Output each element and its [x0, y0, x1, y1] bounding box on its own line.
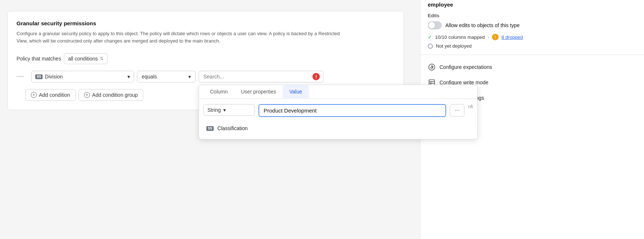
employee-label: employee: [428, 0, 637, 13]
add-condition-group-label: Add condition group: [92, 92, 138, 98]
error-icon: !: [312, 73, 320, 80]
expectations-icon: [428, 63, 436, 71]
right-top-section: employee Edits Allow edits to objects of…: [420, 0, 644, 55]
tab-value[interactable]: Value: [283, 85, 309, 99]
check-icon: ✓: [428, 34, 432, 40]
equals-label: equals: [142, 74, 157, 80]
allow-edits-toggle[interactable]: [428, 21, 442, 29]
allow-edits-row: Allow edits to objects of this type: [428, 21, 637, 29]
toggle-knob: [428, 22, 435, 29]
condition-row: 99 Division ▾ equals ▾ ! Column User pro…: [17, 71, 395, 82]
add-condition-button[interactable]: + Add condition: [25, 89, 76, 101]
expectations-label: Configure expectations: [439, 64, 492, 70]
dropdown-tabs: Column User properties Value: [199, 85, 477, 99]
division-field-label: Division: [45, 74, 63, 80]
menu-item-expectations[interactable]: Configure expectations: [420, 59, 644, 75]
list-item-label: Classification: [217, 125, 247, 131]
value-input[interactable]: [258, 104, 446, 117]
policy-select[interactable]: all conditions ⇅: [64, 53, 108, 64]
security-card: Granular security permissions Configure …: [7, 11, 404, 110]
left-panel: Granular security permissions Configure …: [0, 0, 420, 239]
dropped-link[interactable]: 8 dropped: [502, 34, 523, 40]
not-deployed-row: Not yet deployed: [428, 43, 637, 49]
condition-indent: [17, 76, 31, 77]
type-select-value: String: [207, 107, 221, 113]
add-condition-label: Add condition: [39, 92, 70, 98]
division-field-icon: 99: [35, 74, 43, 79]
policy-chevron-icon: ⇅: [100, 56, 104, 61]
tab-column[interactable]: Column: [203, 85, 234, 99]
list-item-icon: 99: [206, 126, 214, 131]
indent-line: [17, 76, 24, 77]
division-dropdown[interactable]: 99 Division ▾: [31, 71, 134, 82]
add-condition-group-button[interactable]: + Add condition group: [79, 89, 144, 101]
list-item[interactable]: 99 Classification: [203, 122, 473, 135]
equals-dropdown[interactable]: equals ▾: [137, 71, 196, 82]
not-deployed-text: Not yet deployed: [436, 43, 472, 49]
equals-chevron-icon: ▾: [188, 74, 191, 80]
mapped-text: 10/10 columns mapped: [435, 34, 485, 40]
more-options-button[interactable]: ···: [450, 104, 464, 117]
policy-label: Policy that matches: [17, 56, 61, 62]
plus-circle-icon: +: [31, 92, 37, 98]
mapped-row: ✓ 10/10 columns mapped · ! 8 dropped: [428, 34, 637, 40]
warning-icon: !: [492, 34, 499, 40]
tab-user-properties[interactable]: User properties: [234, 85, 283, 99]
search-dropdown: Column User properties Value String ▾ ··…: [199, 85, 478, 139]
nfi-label: nfi: [468, 104, 473, 109]
type-select[interactable]: String ▾: [203, 104, 255, 116]
edits-section-label: Edits: [428, 13, 637, 18]
dropdown-body: String ▾ ··· nfi: [199, 99, 477, 122]
card-title: Granular security permissions: [17, 20, 395, 26]
allow-edits-text: Allow edits to objects of this type: [445, 22, 520, 28]
policy-select-value: all conditions: [68, 56, 98, 62]
type-chevron-icon: ▾: [223, 107, 226, 113]
dropdown-list: 99 Classification: [199, 122, 477, 139]
policy-row: Policy that matches all conditions ⇅: [17, 53, 395, 64]
division-chevron-icon: ▾: [127, 74, 130, 80]
search-input-wrapper: ! Column User properties Value String ▾: [199, 71, 323, 82]
dot-separator: ·: [488, 34, 489, 40]
not-deployed-radio: [428, 44, 433, 49]
plus-circle-group-icon: +: [84, 92, 90, 98]
card-description: Configure a granular security policy to …: [17, 30, 347, 44]
search-input[interactable]: [199, 71, 323, 82]
